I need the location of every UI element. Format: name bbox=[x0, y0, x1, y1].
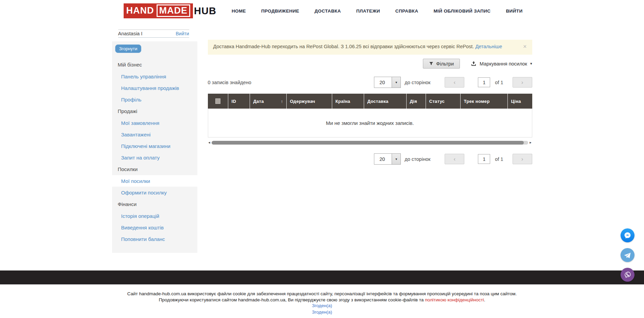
sidebar-item-payment-request[interactable]: Запит на оплату bbox=[112, 152, 197, 163]
column-header-id[interactable]: ID bbox=[228, 94, 250, 109]
cookie-notice-line2-text: Продовжуючи користуватися сайтом handmad… bbox=[159, 297, 425, 302]
sidebar-logout-link[interactable]: Вийти bbox=[176, 31, 189, 36]
filters-button-label: Фільтри bbox=[436, 61, 454, 67]
sidebar-item-uploaded[interactable]: Завантажені bbox=[112, 129, 197, 140]
sort-asc-icon: ↑ bbox=[281, 99, 283, 104]
list-controls: 0 записів знайдено 20 ▾ до сторінок ‹ of… bbox=[208, 77, 532, 88]
chevron-right-icon: › bbox=[521, 79, 523, 86]
chevron-left-icon: ‹ bbox=[453, 79, 455, 86]
table-empty-state: Ми не змогли знайти жодних записів. bbox=[208, 109, 532, 137]
privacy-policy-link[interactable]: політикою конфіденційності bbox=[425, 297, 484, 302]
sidebar-item-top-up-balance[interactable]: Поповнити баланс bbox=[112, 233, 197, 245]
toolbar: Фільтри Маркування посилок ▾ bbox=[208, 59, 532, 69]
column-header-country[interactable]: Країна bbox=[332, 94, 364, 109]
sidebar-item-withdraw-funds[interactable]: Виведення коштів bbox=[112, 222, 197, 233]
pager-top: 20 ▾ до сторінок ‹ of 1 › bbox=[374, 77, 532, 88]
per-page-value: 20 bbox=[374, 154, 392, 164]
brand-made: MADE bbox=[157, 4, 191, 17]
scroll-right-icon[interactable]: ► bbox=[529, 141, 532, 145]
per-page-select[interactable]: 20 ▾ bbox=[374, 77, 401, 88]
sidebar-section-my-business: Мій бізнес bbox=[112, 59, 197, 71]
brand-hand: HAND bbox=[126, 5, 154, 16]
main-nav: HOME ПРОДВИЖЕНИЕ ДОСТАВКА ПЛАТЕЖИ СПРАВК… bbox=[232, 8, 523, 14]
sidebar-panel: Згорнути Мій бізнес Панель управління На… bbox=[112, 41, 197, 253]
cookie-notice-line2: Продовжуючи користуватися сайтом handmad… bbox=[0, 297, 644, 303]
sidebar-section-parcels: Посилки bbox=[112, 163, 197, 175]
column-header-action[interactable]: Дія bbox=[407, 94, 426, 109]
next-page-button[interactable]: › bbox=[513, 77, 532, 88]
page-total-label: of 1 bbox=[495, 156, 503, 162]
column-header-delivery[interactable]: Доставка bbox=[364, 94, 407, 109]
pager-bottom: 20 ▾ до сторінок ‹ of 1 › bbox=[208, 153, 532, 165]
collapse-button[interactable]: Згорнути bbox=[115, 44, 142, 53]
page-number-input-bottom[interactable] bbox=[478, 154, 490, 164]
chevron-left-icon: ‹ bbox=[453, 156, 455, 162]
cookie-notice-period: . bbox=[484, 297, 485, 302]
user-row: Anastasia I Вийти bbox=[118, 30, 189, 38]
sidebar-item-dashboard[interactable]: Панель управління bbox=[112, 71, 197, 82]
per-page-label: до сторінок bbox=[405, 156, 430, 162]
empty-message: Ми не змогли знайти жодних записів. bbox=[326, 120, 414, 126]
nav-logout[interactable]: ВИЙТИ bbox=[506, 8, 522, 14]
username: Anastasia I bbox=[118, 31, 143, 36]
sidebar-item-profile[interactable]: Профіль bbox=[112, 94, 197, 105]
nav-help[interactable]: СПРАВКА bbox=[395, 8, 418, 14]
per-page-value: 20 bbox=[374, 77, 392, 88]
scrollbar-track[interactable] bbox=[212, 141, 528, 145]
prev-page-button-bottom[interactable]: ‹ bbox=[445, 154, 464, 164]
per-page-label: до сторінок bbox=[405, 80, 430, 85]
scroll-left-icon[interactable]: ◄ bbox=[208, 141, 211, 145]
brand-hub: HUB bbox=[194, 5, 216, 17]
sidebar: Anastasia I Вийти Згорнути Мій бізнес Па… bbox=[112, 30, 197, 253]
page-total-label: of 1 bbox=[495, 80, 503, 85]
filters-button[interactable]: Фільтри bbox=[423, 59, 460, 69]
cookie-notice-line1: Сайт handmade-hub.com.ua використовує фа… bbox=[0, 291, 644, 297]
sidebar-item-connected-shops[interactable]: Підключені магазини bbox=[112, 140, 197, 152]
column-header-receiver[interactable]: Одержувач bbox=[287, 94, 332, 109]
social-widgets bbox=[621, 228, 634, 282]
telegram-icon[interactable] bbox=[621, 248, 634, 262]
nav-delivery[interactable]: ДОСТАВКА bbox=[315, 8, 341, 14]
agree-link-1[interactable]: Згоден(а) bbox=[312, 303, 332, 308]
marking-button[interactable]: Маркування посилок ▾ bbox=[471, 61, 532, 67]
sidebar-item-sales-settings[interactable]: Налаштування продажів bbox=[112, 82, 197, 94]
sidebar-section-finance: Фінанси bbox=[112, 198, 197, 210]
sidebar-item-my-orders[interactable]: Мої замовлення bbox=[112, 117, 197, 129]
nav-account[interactable]: МІЙ ОБЛІКОВИЙ ЗАПИС bbox=[433, 8, 490, 14]
brand-logo[interactable]: HANDMADE HUB bbox=[124, 3, 216, 18]
viber-icon[interactable] bbox=[621, 268, 634, 282]
column-header-track-number[interactable]: Трек номер bbox=[461, 94, 508, 109]
agree-link-2[interactable]: Згоден(а) bbox=[312, 310, 332, 315]
banner-text: Доставка Handmade-Hub переходить на RePo… bbox=[213, 44, 476, 49]
column-header-status[interactable]: Статус bbox=[426, 94, 461, 109]
messenger-icon[interactable] bbox=[621, 228, 634, 242]
close-icon[interactable]: × bbox=[523, 43, 527, 50]
page-number-input[interactable] bbox=[478, 77, 490, 87]
caret-down-icon: ▾ bbox=[530, 61, 532, 66]
sidebar-item-create-parcel[interactable]: Оформити посилку bbox=[112, 187, 197, 198]
nav-promotion[interactable]: ПРОДВИЖЕНИЕ bbox=[261, 8, 299, 14]
records-count: 0 записів знайдено bbox=[208, 80, 251, 85]
select-all-checkbox[interactable] bbox=[215, 98, 220, 104]
column-header-price[interactable]: Ціна bbox=[508, 94, 532, 109]
nav-payments[interactable]: ПЛАТЕЖИ bbox=[356, 8, 380, 14]
sidebar-menu: Мій бізнес Панель управління Налаштуванн… bbox=[112, 59, 197, 245]
marking-button-label: Маркування посилок bbox=[480, 61, 527, 67]
footer-cookie-notice: Сайт handmade-hub.com.ua використовує фа… bbox=[0, 291, 644, 315]
horizontal-scrollbar: ◄ ► bbox=[208, 141, 532, 145]
prev-page-button[interactable]: ‹ bbox=[445, 77, 464, 88]
next-page-button-bottom[interactable]: › bbox=[513, 154, 532, 164]
scrollbar-thumb[interactable] bbox=[212, 141, 523, 145]
select-caret-icon: ▾ bbox=[392, 77, 400, 88]
banner-details-link[interactable]: Детальніше bbox=[475, 44, 502, 49]
sidebar-item-my-parcels[interactable]: Мої посилки bbox=[112, 175, 197, 187]
column-header-date-label: Дата bbox=[253, 99, 264, 104]
table-header: ID Дата ↑ Одержувач Країна Доставка Дія … bbox=[208, 94, 532, 109]
main-content: Доставка Handmade-Hub переходить на RePo… bbox=[208, 30, 532, 165]
nav-home[interactable]: HOME bbox=[232, 8, 246, 14]
footer-bar bbox=[0, 270, 644, 284]
notification-banner: Доставка Handmade-Hub переходить на RePo… bbox=[208, 40, 532, 55]
sidebar-item-transaction-history[interactable]: Історія операцій bbox=[112, 210, 197, 222]
column-header-date[interactable]: Дата ↑ bbox=[250, 94, 287, 109]
per-page-select-bottom[interactable]: 20 ▾ bbox=[374, 153, 401, 165]
